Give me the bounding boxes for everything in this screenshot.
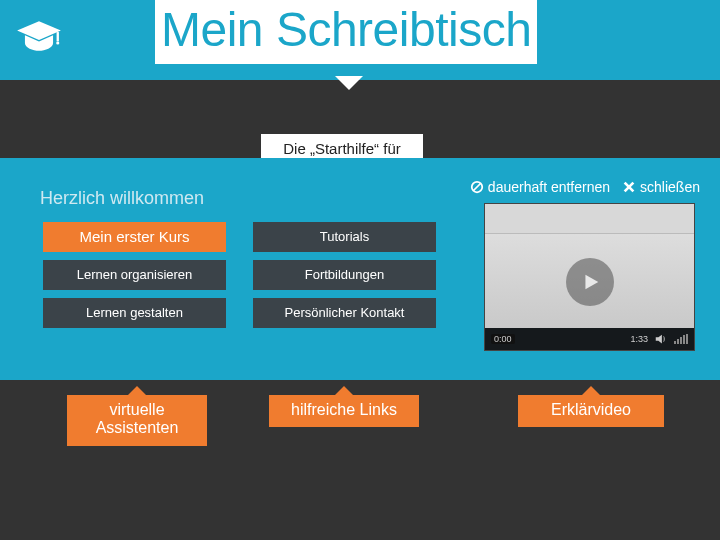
volume-icon[interactable]	[654, 332, 668, 346]
svg-point-0	[56, 41, 59, 44]
explainer-video-player[interactable]: 0:00 1:33	[484, 203, 695, 351]
annotation-middle: hilfreiche Links	[269, 395, 419, 427]
graduation-cap-icon	[14, 18, 64, 58]
annotation-left: virtuelle Assistenten	[67, 395, 207, 446]
no-entry-icon	[470, 180, 484, 194]
welcome-text: Herzlich willkommen	[40, 188, 204, 209]
middle-column: Tutorials Fortbildungen Persönlicher Kon…	[253, 222, 436, 336]
close-icon	[622, 180, 636, 194]
page-title: Mein Schreibtisch	[155, 0, 537, 64]
annotation-right: Erklärvideo	[518, 395, 664, 427]
btn-lernen-gestalten[interactable]: Lernen gestalten	[43, 298, 226, 328]
annotation-middle-text: hilfreiche Links	[291, 401, 397, 418]
video-duration: 1:33	[630, 334, 648, 344]
remove-label: dauerhaft entfernen	[488, 179, 610, 195]
annotation-right-text: Erklärvideo	[551, 401, 631, 418]
volume-bars-icon[interactable]	[674, 334, 688, 344]
video-thumbnail-body	[485, 234, 694, 329]
remove-permanently-link[interactable]: dauerhaft entfernen	[470, 179, 610, 195]
close-label: schließen	[640, 179, 700, 195]
video-controls: 0:00 1:33	[485, 328, 694, 350]
close-link[interactable]: schließen	[622, 179, 700, 195]
svg-line-2	[473, 184, 480, 191]
title-pointer	[335, 76, 363, 90]
play-button[interactable]	[566, 258, 614, 306]
video-current-time: 0:00	[491, 334, 515, 344]
btn-fortbildungen[interactable]: Fortbildungen	[253, 260, 436, 290]
panel-actions: dauerhaft entfernen schließen	[470, 179, 700, 195]
btn-lernen-organisieren[interactable]: Lernen organisieren	[43, 260, 226, 290]
btn-tutorials[interactable]: Tutorials	[253, 222, 436, 252]
btn-persoenlicher-kontakt[interactable]: Persönlicher Kontakt	[253, 298, 436, 328]
btn-mein-erster-kurs[interactable]: Mein erster Kurs	[43, 222, 226, 252]
left-column: Mein erster Kurs Lernen organisieren Ler…	[43, 222, 226, 336]
callout-line1: Die „Starthilfe“ für	[267, 140, 417, 158]
annotation-left-text: virtuelle Assistenten	[75, 401, 199, 438]
slide-stage: Mein Schreibtisch Die „Starthilfe“ für n…	[0, 0, 720, 540]
video-thumbnail-top	[485, 204, 694, 234]
